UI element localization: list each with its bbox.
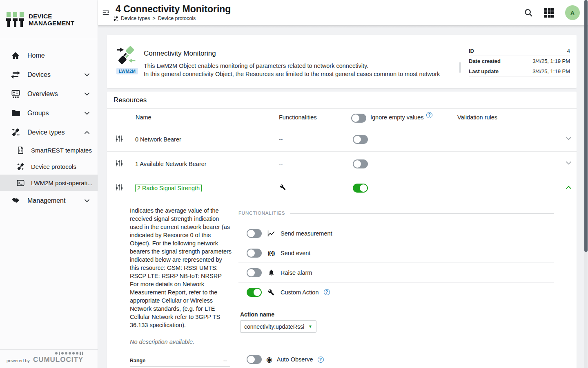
ignore-empty-values-toggle[interactable]	[351, 114, 366, 123]
resources-header: Resources	[107, 92, 577, 109]
folder-icon	[11, 110, 20, 117]
collapse-header-icon[interactable]	[102, 9, 109, 17]
sidebar-item-smartrest-templates[interactable]: SmartREST templates	[0, 142, 98, 158]
meta-value: 3/4/25, 1:19 PM	[532, 68, 570, 74]
help-icon[interactable]: ?	[324, 289, 330, 295]
sidebar: DEVICE MANAGEMENT Home Devices	[0, 0, 98, 368]
chevron-down-icon[interactable]	[566, 159, 571, 166]
chevron-up-icon[interactable]	[566, 184, 571, 191]
functionality-label: Custom Action	[281, 289, 319, 296]
sidebar-item-management[interactable]: Management	[0, 191, 98, 210]
bell-icon	[267, 269, 276, 276]
auto-observe-label: Auto Observe	[277, 356, 313, 363]
resource-enabled-toggle[interactable]	[353, 184, 368, 193]
object-meta: ID 4 Date created 3/4/25, 1:19 PM Last u…	[469, 46, 570, 76]
app-switcher-icon[interactable]	[544, 7, 555, 18]
sidebar-item-label: Management	[27, 197, 65, 204]
device-management-logo-icon	[6, 11, 24, 28]
wrench-icon	[267, 289, 276, 296]
chevron-down-icon[interactable]	[566, 135, 571, 142]
app-root: DEVICE MANAGEMENT Home Devices	[0, 0, 588, 368]
functionality-label: Send measurement	[281, 230, 332, 237]
sidebar-item-device-types[interactable]: Device types	[0, 123, 98, 142]
plug-icon	[11, 128, 20, 137]
terminal-icon	[16, 179, 24, 187]
topbar: 4 Connectivity Monitoring Device types >…	[98, 0, 588, 25]
breadcrumb-section[interactable]: Device types	[121, 16, 150, 21]
page-scrollbar-thumb[interactable]	[584, 0, 588, 252]
resource-row-network-bearer[interactable]: 0 Network Bearer --	[107, 127, 577, 152]
caret-down-icon: ▼	[308, 324, 312, 329]
sidebar-item-devices[interactable]: Devices	[0, 65, 98, 84]
resource-row-radio-signal-strength[interactable]: 2 Radio Signal Strength	[107, 176, 577, 200]
resource-enabled-toggle[interactable]	[353, 159, 368, 168]
auto-observe-row: ◉ Auto Observe ?	[247, 355, 324, 364]
resource-row-available-network-bearer[interactable]: 1 Available Network Bearer --	[107, 152, 577, 176]
resource-functionalities-value: --	[279, 161, 283, 167]
functionality-label: Raise alarm	[281, 269, 312, 276]
chart-line-icon	[267, 229, 276, 238]
send-measurement-toggle[interactable]	[247, 229, 262, 238]
no-description-text: No description available.	[130, 339, 194, 345]
meta-label: Last update	[469, 68, 499, 74]
resource-name: 0 Network Bearer	[135, 136, 181, 143]
help-icon[interactable]: ?	[318, 357, 324, 363]
sidebar-item-lwm2m-post-operations[interactable]: LWM2M post-operati...	[0, 175, 98, 191]
cumulocity-logo: CUMULOCITY	[33, 352, 83, 364]
functionality-row-custom-action: Custom Action ?	[238, 283, 554, 302]
meta-label: Date created	[469, 58, 501, 64]
resource-name-link-wrap: 2 Radio Signal Strength	[135, 185, 202, 191]
object-title: Connectivity Monitoring	[144, 49, 216, 58]
chevron-down-icon	[85, 112, 89, 115]
sidebar-item-groups[interactable]: Groups	[0, 103, 98, 123]
sidebar-footer: powered by CUMULOCITY	[0, 349, 98, 368]
sidebar-item-overviews[interactable]: Overviews	[0, 84, 98, 103]
resource-enabled-toggle[interactable]	[353, 135, 368, 144]
avatar[interactable]: A	[565, 5, 580, 20]
functionality-row-send-measurement: Send measurement	[238, 224, 554, 243]
send-event-toggle[interactable]	[247, 249, 262, 258]
help-icon[interactable]: ?	[426, 112, 432, 118]
sliders-icon	[115, 183, 123, 193]
chevron-down-icon	[85, 92, 89, 96]
meta-row-id: ID 4	[469, 46, 570, 56]
app-logo-line1: DEVICE	[29, 13, 74, 20]
page-title: 4 Connectivity Monitoring	[116, 3, 231, 15]
functionalities-section: FUNCTIONALITIES Send measurement ((•))	[238, 210, 554, 333]
cumulocity-dots-icon	[55, 352, 83, 355]
raise-alarm-toggle[interactable]	[247, 268, 262, 277]
home-icon	[11, 52, 20, 60]
sidebar-item-label: SmartREST templates	[31, 147, 92, 154]
custom-action-toggle[interactable]	[247, 288, 262, 297]
breadcrumb: Device types > Device protocols	[113, 16, 231, 21]
wrench-icon	[280, 184, 286, 192]
resource-name-link[interactable]: 2 Radio Signal Strength	[135, 184, 202, 192]
breadcrumb-page[interactable]: Device protocols	[158, 16, 196, 21]
object-description-line1: This LwM2M Object enables monitoring of …	[144, 62, 440, 70]
lwm2m-badge: LWM2M	[116, 68, 138, 74]
broadcast-icon: ((•))	[267, 250, 276, 256]
plug-icon	[16, 163, 24, 171]
sliders-icon	[115, 135, 123, 144]
sidebar-item-label: Groups	[27, 110, 49, 117]
functionalities-section-header: FUNCTIONALITIES	[238, 210, 554, 216]
range-value: --	[223, 357, 230, 364]
sidebar-item-device-protocols[interactable]: Device protocols	[0, 158, 98, 175]
functionality-label: Send event	[281, 250, 310, 256]
topbar-actions: A	[524, 0, 580, 25]
action-name-value: connectivity:updateRssi	[244, 323, 304, 330]
action-name-select[interactable]: connectivity:updateRssi ▼	[240, 320, 316, 333]
card-scrollbar[interactable]	[459, 62, 461, 73]
resources-column-header: Name Functionalities Ignore empty values…	[107, 109, 577, 127]
sidebar-item-label: Overviews	[27, 90, 58, 98]
search-icon[interactable]	[524, 8, 533, 18]
observe-eye-icon: ◉	[266, 356, 272, 363]
auto-observe-toggle[interactable]	[247, 355, 262, 364]
resource-name: 1 Available Network Bearer	[135, 161, 207, 167]
sidebar-item-label: Device protocols	[31, 163, 76, 170]
sidebar-nav: Home Devices	[0, 39, 98, 210]
page-header: 4 Connectivity Monitoring Device types >…	[116, 3, 231, 21]
swap-arrows-icon	[11, 71, 20, 79]
document-code-icon	[16, 146, 24, 154]
sidebar-item-home[interactable]: Home	[0, 46, 98, 65]
